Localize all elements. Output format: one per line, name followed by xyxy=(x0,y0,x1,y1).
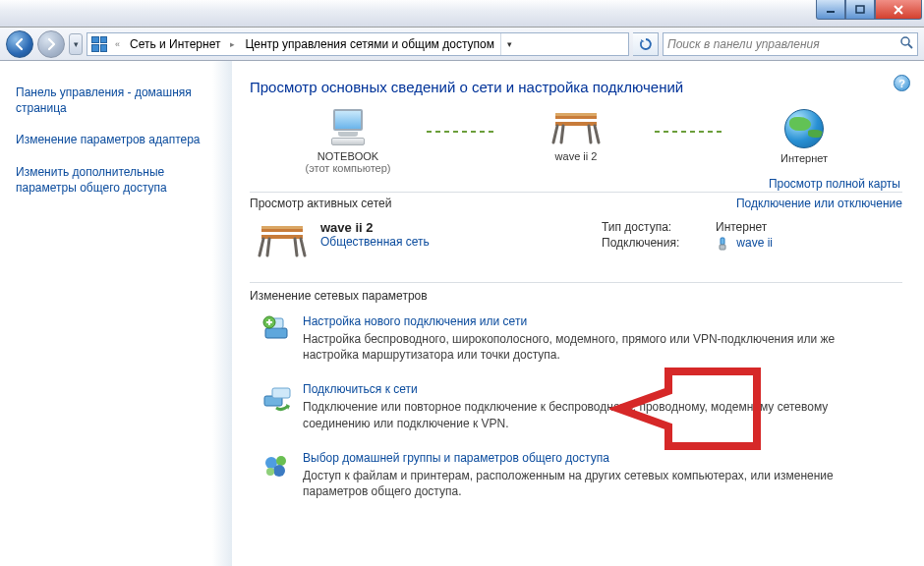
search-placeholder: Поиск в панели управления xyxy=(667,37,820,51)
task-setup-connection: Настройка нового подключения или сети На… xyxy=(250,314,902,363)
svg-point-19 xyxy=(273,465,285,477)
map-node-label: NOTEBOOK xyxy=(279,150,417,162)
sidebar-item-advanced-sharing[interactable]: Изменить дополнительные параметры общего… xyxy=(16,164,216,196)
map-node-sublabel: (этот компьютер) xyxy=(279,162,417,174)
chevron-right-icon: ▸ xyxy=(226,39,239,49)
task-link[interactable]: Настройка нового подключения или сети xyxy=(303,314,873,328)
task-description: Доступ к файлам и принтерам, расположенн… xyxy=(303,468,873,499)
svg-point-20 xyxy=(266,468,274,476)
active-networks-header: Просмотр активных сетей Подключение или … xyxy=(250,192,902,210)
chevron-right-icon: « xyxy=(111,39,124,49)
navigation-bar: ▾ « Сеть и Интернет ▸ Центр управления с… xyxy=(0,28,924,61)
bench-icon xyxy=(256,220,311,262)
back-button[interactable] xyxy=(6,30,33,58)
svg-line-3 xyxy=(908,44,912,48)
network-map: NOTEBOOK (этот компьютер) wave ii 2 xyxy=(250,109,902,186)
task-link[interactable]: Выбор домашней группы и параметров общег… xyxy=(303,451,873,465)
minimize-button[interactable] xyxy=(816,0,845,20)
network-profile-link[interactable]: Общественная сеть xyxy=(320,235,537,249)
svg-point-2 xyxy=(901,37,909,45)
adapter-icon xyxy=(716,237,729,251)
forward-button[interactable] xyxy=(37,30,65,58)
svg-rect-16 xyxy=(272,388,290,398)
map-node-network: wave ii 2 xyxy=(507,109,645,162)
task-homegroup: Выбор домашней группы и параметров общег… xyxy=(250,451,902,499)
help-icon[interactable]: ? xyxy=(894,75,910,91)
address-bar[interactable]: « Сеть и Интернет ▸ Центр управления сет… xyxy=(87,32,629,56)
svg-rect-12 xyxy=(265,328,287,338)
connect-network-icon xyxy=(261,382,295,430)
svg-point-18 xyxy=(276,456,286,466)
history-dropdown[interactable]: ▾ xyxy=(69,33,83,55)
sidebar: Панель управления - домашняя страница Из… xyxy=(0,61,232,566)
network-params-header: Изменение сетевых параметров xyxy=(250,282,902,303)
computer-icon xyxy=(327,109,369,146)
map-node-computer: NOTEBOOK (этот компьютер) xyxy=(279,109,417,174)
globe-icon xyxy=(784,109,824,148)
connection-line-icon xyxy=(655,131,725,133)
prop-label: Тип доступа: xyxy=(602,220,716,234)
section-title: Просмотр активных сетей xyxy=(250,197,736,210)
bench-icon xyxy=(549,109,603,146)
connection-line-icon xyxy=(427,131,497,133)
svg-rect-5 xyxy=(555,122,597,126)
network-name: wave ii 2 xyxy=(320,220,537,235)
setup-connection-icon xyxy=(261,314,295,363)
control-panel-icon xyxy=(91,36,107,52)
window-controls xyxy=(816,0,922,20)
svg-rect-0 xyxy=(827,11,835,13)
prop-label: Подключения: xyxy=(602,236,716,251)
prop-value: Интернет xyxy=(716,220,896,234)
breadcrumb-segment[interactable]: Центр управления сетями и общим доступом xyxy=(243,37,496,51)
address-dropdown[interactable]: ▾ xyxy=(500,33,518,55)
close-button[interactable] xyxy=(875,0,922,20)
breadcrumb-segment[interactable]: Сеть и Интернет xyxy=(128,37,222,51)
window-titlebar xyxy=(0,0,924,28)
main-content: ? Просмотр основных сведений о сети и на… xyxy=(232,61,924,566)
svg-rect-6 xyxy=(555,113,597,116)
search-input[interactable]: Поиск в панели управления xyxy=(663,32,918,56)
connect-disconnect-link[interactable]: Подключение или отключение xyxy=(736,197,902,210)
homegroup-icon xyxy=(261,451,295,499)
refresh-button[interactable] xyxy=(633,32,659,56)
sidebar-item-adapter-settings[interactable]: Изменение параметров адаптера xyxy=(16,132,216,147)
connection-link[interactable]: wave ii xyxy=(716,236,896,251)
active-network-row: wave ii 2 Общественная сеть Тип доступа:… xyxy=(250,210,902,278)
page-title: Просмотр основных сведений о сети и наст… xyxy=(250,79,902,95)
map-node-internet: Интернет xyxy=(735,109,873,164)
svg-rect-1 xyxy=(856,6,864,13)
svg-rect-9 xyxy=(261,226,303,229)
network-properties: Тип доступа: Интернет Подключения: wave … xyxy=(602,220,896,253)
svg-rect-11 xyxy=(720,245,725,250)
maximize-button[interactable] xyxy=(845,0,875,20)
svg-rect-10 xyxy=(721,238,724,245)
task-link[interactable]: Подключиться к сети xyxy=(303,382,873,396)
svg-rect-8 xyxy=(261,235,303,239)
sidebar-item-home[interactable]: Панель управления - домашняя страница xyxy=(16,85,216,116)
map-node-label: wave ii 2 xyxy=(507,150,645,162)
task-description: Подключение или повторное подключение к … xyxy=(303,399,873,430)
task-connect-network: Подключиться к сети Подключение или повт… xyxy=(250,382,902,430)
task-description: Настройка беспроводного, широкополосного… xyxy=(303,331,873,363)
map-node-label: Интернет xyxy=(735,152,873,164)
search-icon xyxy=(899,35,913,52)
